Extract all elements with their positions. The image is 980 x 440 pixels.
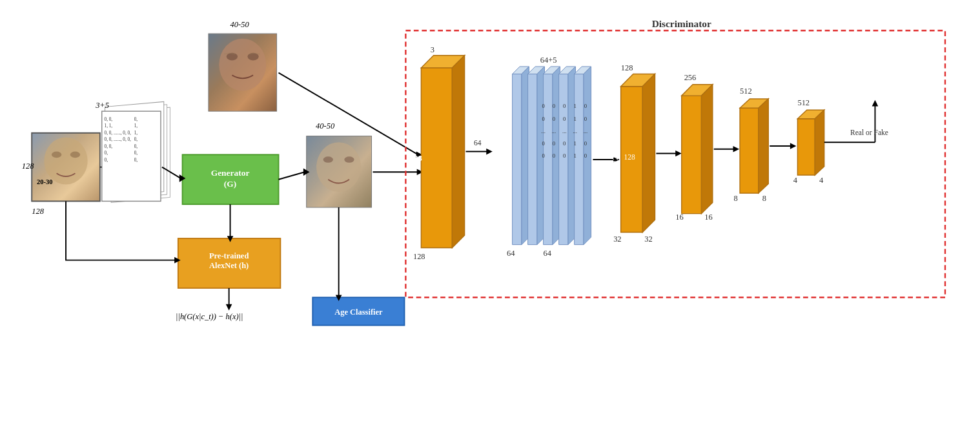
svg-marker-85 — [575, 67, 591, 74]
svg-text:512: 512 — [740, 87, 752, 96]
svg-text:Generator: Generator — [211, 168, 250, 178]
svg-rect-42 — [312, 297, 404, 325]
svg-marker-81 — [559, 74, 568, 245]
svg-marker-118 — [621, 74, 655, 87]
svg-text:0,: 0, — [134, 117, 138, 122]
svg-text:0: 0 — [542, 103, 544, 109]
svg-marker-143 — [797, 119, 815, 175]
svg-point-28 — [227, 53, 238, 61]
svg-text:512: 512 — [797, 98, 810, 107]
svg-text:(G): (G) — [224, 179, 236, 189]
svg-marker-142 — [790, 143, 797, 149]
svg-marker-128 — [682, 85, 713, 96]
svg-line-48 — [278, 73, 418, 155]
svg-marker-145 — [815, 110, 824, 175]
svg-text:0: 0 — [553, 140, 555, 147]
svg-text:0,: 0, — [134, 158, 138, 163]
svg-marker-49 — [416, 152, 423, 158]
svg-text:Real or Fake: Real or Fake — [850, 129, 888, 136]
svg-marker-83 — [568, 67, 576, 245]
svg-text:1: 1 — [573, 103, 576, 109]
svg-text:0,: 0, — [134, 137, 138, 142]
svg-marker-84 — [575, 74, 584, 245]
svg-text:40-50: 40-50 — [230, 20, 250, 29]
svg-line-50 — [278, 172, 304, 180]
svg-text:0: 0 — [553, 116, 555, 122]
svg-rect-61 — [405, 30, 945, 297]
svg-point-35 — [316, 142, 361, 192]
svg-marker-47 — [179, 174, 186, 182]
svg-rect-31 — [183, 154, 279, 204]
svg-rect-26 — [209, 34, 277, 111]
svg-text:...: ... — [552, 128, 556, 134]
svg-point-27 — [219, 39, 266, 91]
svg-text:0: 0 — [584, 103, 587, 109]
svg-text:0,: 0, — [134, 151, 138, 156]
svg-text:0, 0, ......, 0, 0,: 0, 0, ......, 0, 0, — [105, 131, 132, 136]
svg-marker-74 — [522, 67, 529, 245]
svg-text:40-50: 40-50 — [316, 121, 335, 131]
svg-point-3 — [70, 152, 80, 158]
svg-marker-129 — [702, 85, 713, 214]
svg-text:0: 0 — [563, 140, 566, 147]
svg-point-1 — [44, 137, 87, 184]
svg-text:||h(G(x|c_t)) − h(x)||: ||h(G(x|c_t)) − h(x)|| — [176, 312, 243, 321]
svg-text:16: 16 — [704, 213, 712, 222]
svg-text:32: 32 — [644, 235, 652, 244]
svg-text:3: 3 — [431, 45, 434, 54]
svg-text:0, 0,: 0, 0, — [105, 144, 113, 149]
svg-point-2 — [52, 152, 61, 158]
svg-text:...: ... — [573, 128, 577, 134]
svg-marker-119 — [642, 74, 655, 233]
svg-rect-10 — [102, 111, 161, 201]
svg-text:1,: 1, — [134, 123, 138, 129]
svg-text:1: 1 — [573, 116, 576, 122]
svg-text:128: 128 — [32, 207, 44, 216]
svg-marker-78 — [544, 74, 553, 245]
svg-text:20-30: 20-30 — [37, 178, 53, 185]
svg-text:32: 32 — [613, 235, 621, 244]
svg-point-29 — [247, 53, 258, 61]
svg-marker-134 — [733, 146, 740, 152]
svg-text:8: 8 — [733, 194, 737, 203]
svg-text:64: 64 — [507, 249, 515, 258]
svg-text:0,: 0, — [105, 158, 108, 163]
svg-marker-86 — [584, 67, 591, 245]
diagram-area: 128 128 20-30 0, 0, 1, 1, 0, 0, ......, … — [19, 13, 961, 355]
svg-marker-135 — [740, 108, 759, 193]
svg-marker-55 — [336, 295, 342, 301]
svg-text:4: 4 — [793, 176, 798, 185]
svg-text:64+5: 64+5 — [540, 56, 557, 65]
svg-marker-77 — [537, 67, 545, 245]
svg-text:0: 0 — [542, 152, 544, 159]
svg-rect-39 — [178, 238, 280, 288]
svg-marker-73 — [513, 67, 529, 74]
svg-marker-53 — [417, 169, 424, 175]
svg-marker-57 — [227, 236, 234, 242]
svg-text:128: 128 — [413, 252, 425, 261]
svg-marker-76 — [528, 67, 545, 74]
svg-text:128: 128 — [410, 154, 422, 163]
svg-marker-58 — [174, 257, 181, 264]
svg-text:0: 0 — [542, 140, 544, 147]
svg-marker-116 — [613, 156, 620, 163]
svg-text:Age Classifier: Age Classifier — [334, 308, 383, 317]
svg-marker-79 — [544, 67, 560, 74]
svg-rect-0 — [32, 133, 100, 202]
svg-text:64: 64 — [544, 249, 552, 258]
svg-marker-63 — [421, 68, 452, 248]
svg-text:64: 64 — [474, 139, 482, 147]
svg-text:1, 1,: 1, 1, — [105, 123, 113, 129]
svg-text:AlexNet (h): AlexNet (h) — [209, 261, 249, 270]
svg-marker-60 — [226, 304, 232, 311]
svg-marker-80 — [553, 67, 560, 245]
svg-marker-127 — [682, 96, 702, 213]
svg-text:0: 0 — [584, 116, 587, 122]
svg-text:4: 4 — [819, 176, 824, 185]
svg-marker-64 — [421, 56, 464, 68]
svg-marker-117 — [621, 87, 643, 233]
svg-marker-144 — [797, 110, 824, 118]
svg-marker-126 — [675, 151, 682, 157]
svg-marker-136 — [740, 99, 768, 108]
svg-marker-151 — [872, 100, 879, 107]
